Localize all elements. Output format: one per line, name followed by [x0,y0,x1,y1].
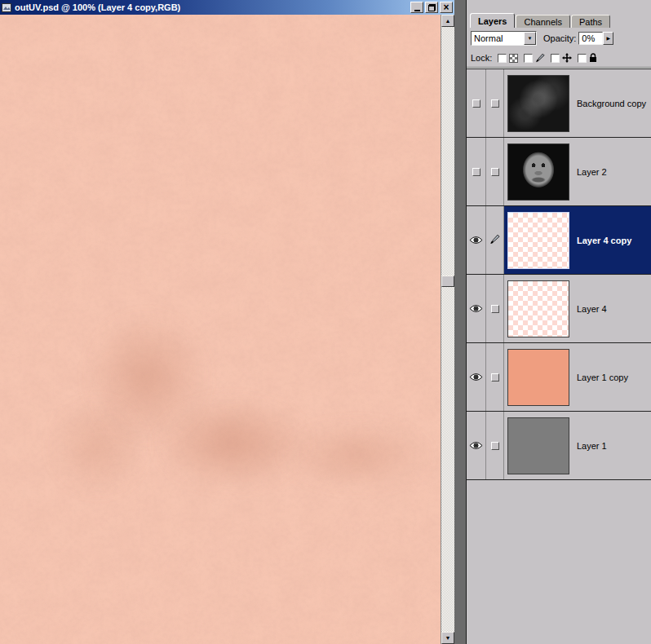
lock-position-group [551,53,572,63]
layers-palette: Layers Channels Paths Normal ▼ Opacity: … [466,0,651,644]
edit-state-cell[interactable] [486,138,504,205]
layer-row-main[interactable]: Layer 4 [504,275,651,342]
document-title: outUV.psd @ 100% (Layer 4 copy,RGB) [15,2,408,12]
photoshop-workspace: outUV.psd @ 100% (Layer 4 copy,RGB) × [0,0,651,644]
layer-row[interactable]: Background copy [467,69,651,138]
toggle-well[interactable] [472,99,480,108]
tab-layers-label: Layers [478,16,507,26]
lock-image-group [524,53,545,63]
layer-row[interactable]: Layer 2 [467,138,651,206]
scrollbar-thumb[interactable] [441,276,454,287]
visibility-cell[interactable] [467,412,486,479]
layer-row-main[interactable]: Layer 2 [504,138,651,205]
edit-state-cell[interactable] [486,69,504,137]
layer-thumbnail[interactable] [507,212,569,269]
visibility-cell[interactable] [467,138,486,205]
edit-state-cell[interactable] [486,275,504,342]
layer-thumbnail[interactable] [507,280,569,337]
canvas-smudge [281,421,432,490]
close-icon: × [443,3,449,11]
restore-icon [428,4,436,11]
canvas-smudge [155,396,310,490]
tab-layers[interactable]: Layers [470,13,515,28]
layer-row-main[interactable]: Background copy [504,69,651,137]
tab-channels-label: Channels [524,17,561,27]
eye-icon[interactable] [469,370,483,385]
eye-icon[interactable] [469,233,483,248]
lock-transparency-checkbox[interactable] [498,54,507,63]
layer-thumbnail[interactable] [507,349,569,406]
move-icon [562,53,572,63]
toggle-well[interactable] [472,168,480,176]
canvas-smudge [49,398,147,496]
vertical-scrollbar[interactable]: ▲ ▼ [441,15,454,644]
layer-name: Layer 1 copy [577,373,628,382]
scroll-down-button[interactable]: ▼ [441,632,454,644]
tab-channels[interactable]: Channels [516,15,569,28]
edit-state-cell[interactable] [486,206,504,274]
toggle-well[interactable] [491,99,499,108]
lock-all-checkbox[interactable] [578,54,587,63]
visibility-cell[interactable] [467,69,486,137]
layer-thumbnail[interactable] [507,75,569,132]
document-icon [2,2,12,13]
lock-label: Lock: [471,53,492,63]
layer-row-main[interactable]: Layer 1 [504,412,651,479]
tab-paths-label: Paths [579,17,602,27]
layer-row[interactable]: Layer 4 [467,275,651,343]
minimize-button[interactable] [410,2,423,13]
brush-icon [489,233,500,248]
toggle-well[interactable] [491,305,499,313]
toggle-well[interactable] [491,442,499,450]
lock-transparency-group [498,54,518,63]
layer-row-main[interactable]: Layer 4 copy [504,206,651,274]
document-body: ▲ ▼ [0,15,454,644]
layer-name: Background copy [577,99,646,108]
blend-mode-value: Normal [472,32,524,45]
layer-row[interactable]: Layer 1 copy [467,343,651,412]
transparency-icon [509,54,518,63]
visibility-cell[interactable] [467,275,486,342]
layer-name: Layer 4 [577,304,607,314]
canvas-smudge [86,312,208,443]
layer-list: Background copy Layer 2 Layer 4 copy Lay… [467,68,651,480]
edit-state-cell[interactable] [486,343,504,411]
canvas[interactable] [0,15,441,644]
layer-row[interactable]: Layer 1 [467,412,651,480]
lock-image-checkbox[interactable] [524,54,533,63]
tab-paths[interactable]: Paths [571,15,610,28]
brush-icon [535,53,545,63]
opacity-slider-button[interactable]: ▶ [603,32,613,45]
toggle-well[interactable] [491,168,499,176]
minimize-icon [414,10,420,11]
lock-position-checkbox[interactable] [551,54,560,63]
eye-icon[interactable] [469,439,483,453]
visibility-cell[interactable] [467,343,486,411]
opacity-label: Opacity: [543,33,576,43]
lock-all-group [578,53,597,63]
window-controls: × [410,2,453,13]
toggle-well[interactable] [491,373,499,382]
restore-button[interactable] [425,2,438,13]
visibility-cell[interactable] [467,206,486,274]
lock-icon [589,53,597,63]
layer-row[interactable]: Layer 4 copy [467,206,651,275]
document-window: outUV.psd @ 100% (Layer 4 copy,RGB) × [0,0,454,644]
scroll-up-button[interactable]: ▲ [441,15,454,27]
layer-name: Layer 1 [577,441,607,451]
opacity-input[interactable]: 0% [578,32,603,45]
blend-mode-dropdown-button[interactable]: ▼ [524,32,536,45]
layer-options-row: Normal ▼ Opacity: 0% ▶ [467,28,651,49]
palette-tab-strip: Layers Channels Paths [467,0,651,28]
eye-icon[interactable] [469,302,483,316]
layer-thumbnail[interactable] [507,143,569,201]
layer-row-main[interactable]: Layer 1 copy [504,343,651,411]
canvas-texture [0,15,441,644]
layer-thumbnail[interactable] [507,417,569,474]
blend-mode-select[interactable]: Normal ▼ [471,31,537,46]
up-arrow-icon: ▲ [445,18,451,24]
close-button[interactable]: × [440,2,453,13]
down-arrow-icon: ▼ [445,635,451,641]
document-titlebar[interactable]: outUV.psd @ 100% (Layer 4 copy,RGB) × [0,0,454,15]
edit-state-cell[interactable] [486,412,504,479]
